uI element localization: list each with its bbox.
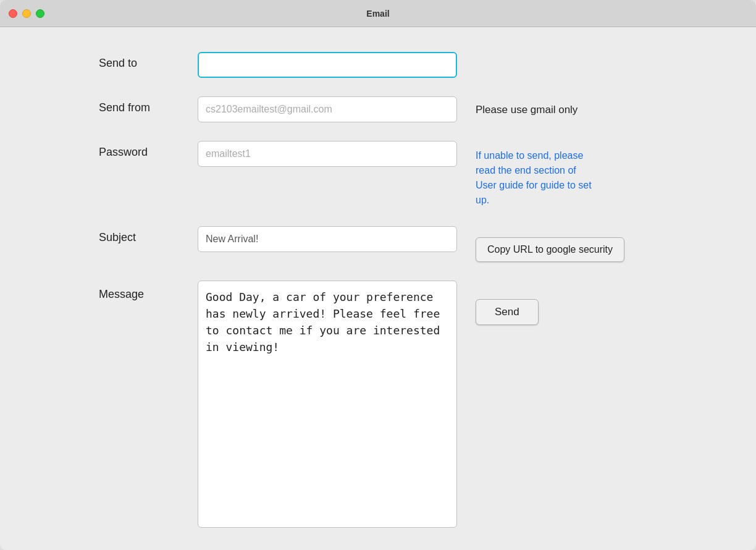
send-to-row: Send to xyxy=(99,52,657,78)
gmail-notice: Please use gmail only xyxy=(476,99,578,116)
password-input[interactable] xyxy=(198,141,457,167)
gmail-notice-area: Please use gmail only xyxy=(476,96,578,116)
send-from-input[interactable] xyxy=(198,96,457,122)
title-bar: Email xyxy=(0,0,756,27)
traffic-lights xyxy=(9,9,44,18)
copy-url-button[interactable]: Copy URL to google security xyxy=(476,237,624,262)
subject-input[interactable] xyxy=(198,226,457,252)
minimize-button[interactable] xyxy=(22,9,31,18)
unable-notice-area: If unable to send, please read the end s… xyxy=(476,141,599,208)
send-to-input[interactable] xyxy=(198,52,457,78)
subject-input-area xyxy=(198,226,457,252)
send-from-label: Send from xyxy=(99,96,198,114)
password-row: Password If unable to send, please read … xyxy=(99,141,657,208)
send-button[interactable]: Send xyxy=(476,299,539,325)
password-label: Password xyxy=(99,141,198,159)
send-from-input-area xyxy=(198,96,457,122)
message-input-area xyxy=(198,281,457,530)
message-row: Message Send xyxy=(99,281,657,530)
main-window: Email Send to Send from Please use gmail… xyxy=(0,0,756,550)
unable-notice: If unable to send, please read the end s… xyxy=(476,148,599,208)
maximize-button[interactable] xyxy=(36,9,44,18)
message-textarea[interactable] xyxy=(198,281,457,528)
subject-label: Subject xyxy=(99,226,198,244)
send-to-label: Send to xyxy=(99,52,198,70)
copy-url-area: Copy URL to google security xyxy=(476,226,624,262)
send-button-area: Send xyxy=(476,281,539,325)
password-input-area xyxy=(198,141,457,167)
subject-row: Subject Copy URL to google security xyxy=(99,226,657,262)
close-button[interactable] xyxy=(9,9,17,18)
send-from-row: Send from Please use gmail only xyxy=(99,96,657,122)
form-content: Send to Send from Please use gmail only … xyxy=(0,27,756,550)
send-to-input-area xyxy=(198,52,457,78)
window-title: Email xyxy=(366,9,389,19)
message-label: Message xyxy=(99,281,198,301)
